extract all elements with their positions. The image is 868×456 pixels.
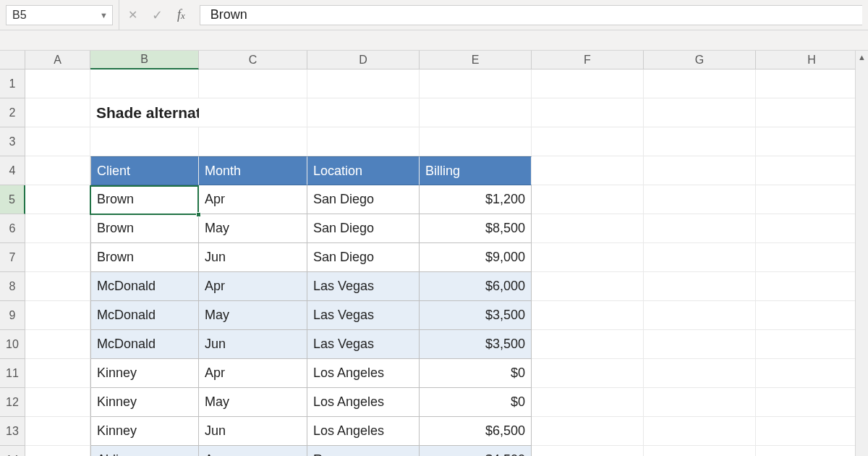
confirm-icon[interactable]: ✓ [152, 7, 163, 23]
cell[interactable] [644, 243, 756, 272]
cell-client[interactable]: Kinney [90, 417, 199, 446]
cell[interactable] [25, 301, 90, 330]
cell[interactable] [532, 388, 644, 417]
page-title[interactable]: Shade alternating groups of n rows [90, 98, 199, 127]
cell[interactable] [644, 127, 756, 156]
cell[interactable] [25, 214, 90, 243]
col-header[interactable]: H [756, 51, 868, 69]
cell-client[interactable]: Aldi [90, 446, 199, 456]
row-header[interactable]: 14 [0, 446, 25, 456]
cell[interactable] [644, 330, 756, 359]
cell-billing[interactable]: $4,500 [420, 446, 532, 456]
name-box[interactable]: B5 ▼ [6, 5, 113, 25]
cell[interactable] [25, 330, 90, 359]
cell-location[interactable]: Los Angeles [307, 359, 420, 388]
cell[interactable] [25, 185, 90, 214]
cell[interactable] [25, 446, 90, 456]
cell[interactable] [532, 417, 644, 446]
cell-location[interactable]: Los Angeles [307, 388, 420, 417]
row-header[interactable]: 11 [0, 359, 25, 388]
col-header[interactable]: G [644, 51, 756, 69]
cell[interactable] [644, 272, 756, 301]
cell[interactable] [532, 98, 644, 127]
cell[interactable] [25, 417, 90, 446]
cell-month[interactable]: May [199, 214, 307, 243]
row-header[interactable]: 12 [0, 388, 25, 417]
cell[interactable] [756, 272, 868, 301]
row-header[interactable]: 4 [0, 156, 25, 185]
cell-location[interactable]: Las Vegas [307, 272, 420, 301]
cell-location[interactable]: San Diego [307, 214, 420, 243]
row-header[interactable]: 13 [0, 417, 25, 446]
cell-location[interactable]: San Diego [307, 185, 420, 214]
cell-billing[interactable]: $0 [420, 388, 532, 417]
row-header[interactable]: 6 [0, 214, 25, 243]
cell[interactable] [532, 243, 644, 272]
col-header[interactable]: B [90, 51, 199, 69]
cell[interactable] [25, 127, 90, 156]
row-header[interactable]: 2 [0, 98, 25, 127]
col-header[interactable]: A [25, 51, 90, 69]
cell[interactable] [756, 388, 868, 417]
cell[interactable] [644, 388, 756, 417]
cell-location[interactable]: Reno [307, 446, 420, 456]
row-header[interactable]: 8 [0, 272, 25, 301]
cell[interactable] [756, 214, 868, 243]
row-header[interactable]: 5 [0, 185, 25, 214]
cell-month[interactable]: Jun [199, 417, 307, 446]
cell[interactable] [532, 127, 644, 156]
cell[interactable] [420, 69, 532, 98]
cell[interactable] [532, 156, 644, 185]
cell-month[interactable]: Apr [199, 359, 307, 388]
row-header[interactable]: 10 [0, 330, 25, 359]
cell[interactable] [644, 156, 756, 185]
cell[interactable] [532, 214, 644, 243]
row-header[interactable]: 7 [0, 243, 25, 272]
cell[interactable] [199, 69, 307, 98]
cell-billing[interactable]: $1,200 [420, 185, 532, 214]
select-all-corner[interactable] [0, 51, 25, 69]
cell[interactable] [25, 156, 90, 185]
cell-month[interactable]: May [199, 301, 307, 330]
col-header[interactable]: C [199, 51, 307, 69]
cell[interactable] [90, 127, 199, 156]
cell-location[interactable]: Las Vegas [307, 301, 420, 330]
cell[interactable] [756, 243, 868, 272]
fx-icon[interactable]: fx [177, 7, 185, 22]
cell[interactable] [644, 214, 756, 243]
cell-month[interactable]: Jun [199, 330, 307, 359]
cell-billing[interactable]: $0 [420, 359, 532, 388]
cell-billing[interactable]: $6,000 [420, 272, 532, 301]
cell-month[interactable]: Apr [199, 272, 307, 301]
cell-billing[interactable]: $3,500 [420, 330, 532, 359]
cell[interactable] [756, 301, 868, 330]
cell-client[interactable]: Kinney [90, 388, 199, 417]
scroll-up-icon[interactable]: ▲ [856, 51, 868, 64]
cell[interactable] [25, 98, 90, 127]
cell[interactable] [644, 98, 756, 127]
cell[interactable] [644, 185, 756, 214]
cancel-icon[interactable]: ✕ [128, 8, 137, 22]
cell-client[interactable]: Brown [90, 214, 199, 243]
table-header[interactable]: Billing [420, 156, 532, 185]
col-header[interactable]: E [420, 51, 532, 69]
cell[interactable] [756, 417, 868, 446]
cell-month[interactable]: Jun [199, 243, 307, 272]
cell-location[interactable]: Los Angeles [307, 417, 420, 446]
cell[interactable] [25, 243, 90, 272]
cell[interactable] [756, 69, 868, 98]
cell-billing[interactable]: $6,500 [420, 417, 532, 446]
formula-input[interactable]: Brown [200, 5, 862, 25]
cell[interactable] [199, 127, 307, 156]
cell[interactable] [532, 359, 644, 388]
cell-location[interactable]: Las Vegas [307, 330, 420, 359]
cell-client[interactable]: Brown [90, 185, 199, 214]
table-header[interactable]: Location [307, 156, 420, 185]
cell[interactable] [644, 359, 756, 388]
cell[interactable] [420, 127, 532, 156]
table-header[interactable]: Client [90, 156, 199, 185]
cell-billing[interactable]: $3,500 [420, 301, 532, 330]
cell[interactable] [644, 69, 756, 98]
cell[interactable] [307, 98, 420, 127]
cell[interactable] [756, 127, 868, 156]
